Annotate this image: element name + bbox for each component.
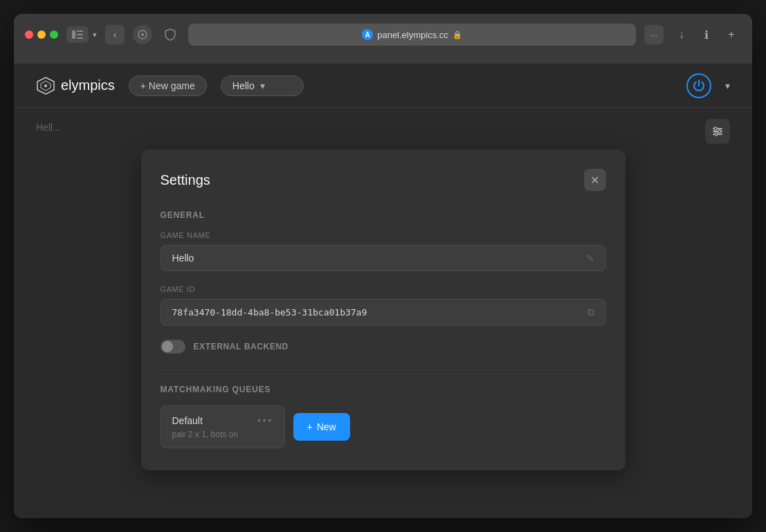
breadcrumb: Hell...: [36, 122, 61, 133]
home-button[interactable]: [133, 25, 152, 44]
toggle-knob: [162, 341, 173, 352]
game-name-input[interactable]: Hello ✎: [161, 245, 606, 271]
matchmaking-queues-section: MATCHMAKING QUEUES Default ••• pair 2 x …: [161, 385, 606, 448]
address-bar[interactable]: A panel.elympics.cc 🔒: [188, 24, 636, 46]
back-button[interactable]: ‹: [105, 25, 125, 44]
logo-icon: [36, 76, 55, 95]
close-traffic-light[interactable]: [25, 30, 33, 39]
new-game-button[interactable]: + New game: [129, 75, 207, 96]
settings-icon-button[interactable]: [705, 119, 730, 144]
external-backend-row: EXTERNAL BACKEND: [161, 340, 606, 354]
info-button[interactable]: ℹ: [697, 25, 716, 44]
game-selector[interactable]: Hello ▾: [221, 75, 304, 96]
queue-more-button[interactable]: •••: [257, 414, 273, 427]
browser-window: ▾ ‹ A panel.elympics.cc 🔒: [14, 14, 752, 518]
svg-point-12: [714, 127, 717, 130]
game-selector-value: Hello: [232, 80, 255, 91]
svg-rect-3: [77, 37, 83, 39]
svg-point-13: [718, 130, 721, 133]
new-queue-label: New: [317, 421, 336, 432]
game-name-value: Hello: [172, 253, 194, 264]
game-name-field-group: GAME NAME Hello ✎: [161, 231, 606, 271]
svg-point-8: [44, 84, 47, 87]
power-button[interactable]: [686, 73, 711, 98]
url-text: panel.elympics.cc: [377, 30, 448, 40]
logo: elympics: [36, 76, 115, 95]
external-backend-label: EXTERNAL BACKEND: [194, 342, 289, 351]
svg-rect-2: [77, 34, 83, 35]
svg-point-14: [715, 133, 718, 136]
section-divider: [161, 370, 606, 371]
new-queue-button[interactable]: + New: [293, 413, 350, 441]
game-id-label: GAME ID: [161, 285, 606, 293]
download-button[interactable]: ↓: [672, 25, 691, 44]
main-area: Hell... Settings ✕: [14, 108, 752, 518]
maximize-traffic-light[interactable]: [50, 30, 58, 39]
copy-icon[interactable]: ⧉: [587, 306, 594, 318]
game-selector-chevron: ▾: [260, 80, 265, 91]
browser-toolbar: ▾ ‹ A panel.elympics.cc 🔒: [14, 14, 752, 46]
lock-icon: 🔒: [453, 30, 462, 39]
external-backend-toggle[interactable]: [161, 340, 185, 354]
queue-name: Default: [172, 415, 203, 426]
browser-chrome: ▾ ‹ A panel.elympics.cc 🔒: [14, 14, 752, 64]
game-id-input: 78fa3470-18dd-4ba8-be53-31bca01b37a9 ⧉: [161, 299, 606, 326]
minimize-traffic-light[interactable]: [37, 30, 46, 39]
shield-icon: [161, 25, 180, 44]
svg-point-5: [141, 33, 144, 36]
game-id-field-group: GAME ID 78fa3470-18dd-4ba8-be53-31bca01b…: [161, 285, 606, 326]
game-name-label: GAME NAME: [161, 231, 606, 239]
game-id-value: 78fa3470-18dd-4ba8-be53-31bca01b37a9: [172, 307, 367, 318]
new-tab-button[interactable]: +: [722, 25, 741, 44]
browser-actions: ↓ ℹ +: [672, 25, 741, 44]
app-header: elympics + New game Hello ▾ ▾: [14, 64, 752, 108]
modal-header: Settings ✕: [161, 169, 606, 191]
plus-icon: +: [307, 421, 313, 432]
more-button[interactable]: ···: [644, 25, 664, 44]
close-button[interactable]: ✕: [584, 169, 606, 191]
edit-icon[interactable]: ✎: [586, 253, 594, 264]
breadcrumb-text: Hell...: [36, 122, 61, 133]
queues-list: Default ••• pair 2 x 1, bots on + New: [161, 405, 606, 448]
queue-description: pair 2 x 1, bots on: [172, 430, 273, 439]
user-chevron[interactable]: ▾: [725, 80, 730, 91]
sidebar-toggle-button[interactable]: [66, 26, 89, 43]
settings-modal: Settings ✕ GENERAL GAME NAME Hello ✎ GAM…: [141, 149, 626, 470]
queue-card-default[interactable]: Default ••• pair 2 x 1, bots on: [161, 405, 285, 448]
svg-rect-1: [77, 30, 83, 32]
app-content: elympics + New game Hello ▾ ▾: [14, 64, 752, 518]
svg-rect-0: [72, 30, 75, 39]
queue-card-header: Default •••: [172, 414, 273, 427]
modal-title: Settings: [161, 172, 210, 188]
general-section-label: GENERAL: [161, 210, 606, 220]
logo-text: elympics: [61, 77, 115, 93]
traffic-lights: [25, 30, 58, 39]
site-favicon: A: [362, 29, 373, 40]
matchmaking-section-label: MATCHMAKING QUEUES: [161, 385, 606, 394]
